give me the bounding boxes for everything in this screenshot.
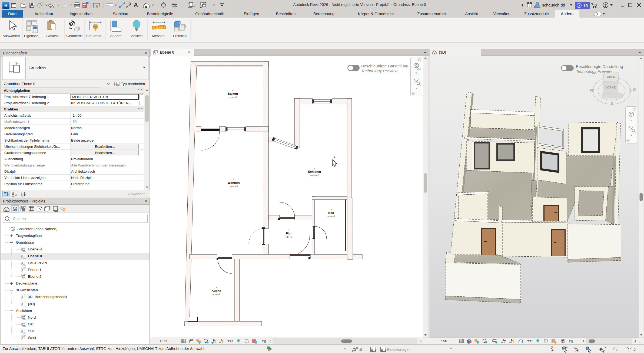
svg-text:?: ?: [605, 3, 607, 8]
svg-text:3: 3: [288, 229, 290, 231]
svg-text:Wohnen: Wohnen: [227, 181, 240, 184]
svg-text:2: 2: [314, 167, 315, 170]
svg-text:W: W: [590, 88, 594, 92]
svg-text:Bad: Bad: [328, 211, 334, 214]
svg-text:20,59 m²: 20,59 m²: [310, 174, 319, 176]
svg-text::0: :0: [633, 347, 636, 351]
svg-text:Flur: Flur: [286, 232, 292, 235]
svg-text:scheurich.dd: scheurich.dd: [542, 3, 565, 7]
svg-text:Küche: Küche: [211, 289, 221, 292]
svg-text:1: 1: [129, 3, 130, 5]
svg-text:Schlafen: Schlafen: [308, 170, 321, 173]
svg-text:Z: Z: [12, 194, 14, 197]
svg-text:OBEN: OBEN: [607, 75, 615, 79]
svg-text:VORNE: VORNE: [605, 86, 615, 89]
svg-text:16: 16: [583, 3, 588, 8]
svg-text:A: A: [21, 194, 23, 197]
svg-text:Basisvorlage: Basisvorlage: [387, 347, 409, 352]
svg-text:R: R: [4, 3, 8, 8]
svg-text::0: :0: [359, 348, 362, 352]
svg-text:x: x: [605, 345, 606, 349]
svg-text:A: A: [134, 2, 138, 9]
svg-text:HB: HB: [5, 210, 8, 211]
svg-text:6: 6: [232, 89, 234, 92]
svg-text:S: S: [610, 101, 613, 106]
svg-text:26,07 m²: 26,07 m²: [229, 185, 238, 188]
svg-text:1: 1: [233, 178, 234, 181]
svg-text:4,64 m²: 4,64 m²: [285, 236, 292, 238]
svg-text:x: x: [566, 345, 568, 349]
svg-text:2D: 2D: [417, 67, 421, 70]
svg-text:5: 5: [331, 208, 332, 211]
svg-text:Balkon: Balkon: [228, 92, 238, 95]
svg-text:8,39 m²: 8,39 m²: [213, 293, 220, 296]
svg-text:12,52 m²: 12,52 m²: [228, 96, 237, 99]
svg-text:O: O: [633, 87, 636, 92]
svg-text:4,56 m²: 4,56 m²: [327, 215, 335, 218]
svg-text:4: 4: [216, 286, 217, 289]
